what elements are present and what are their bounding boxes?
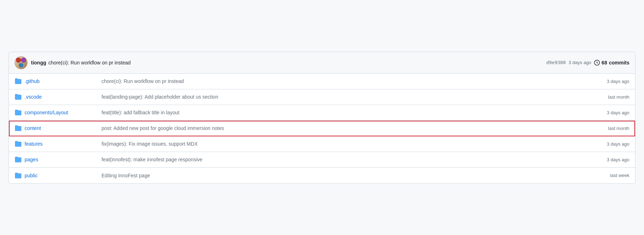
file-name[interactable]: .vscode	[25, 94, 96, 100]
repo-file-table: tiongg chore(ci): Run workflow on pr ins…	[9, 52, 635, 184]
file-commit-message: chore(ci): Run workflow on pr instead	[96, 78, 601, 84]
clock-icon	[594, 60, 600, 66]
file-commit-message: feat(landing-page): Add placeholder abou…	[96, 94, 601, 100]
folder-icon	[15, 94, 22, 100]
file-name[interactable]: pages	[25, 157, 96, 162]
commit-hash[interactable]: d9e9380	[546, 60, 566, 65]
file-name[interactable]: content	[25, 125, 96, 131]
file-time: 3 days ago	[601, 79, 629, 84]
folder-icon	[15, 125, 22, 131]
file-time: 3 days ago	[601, 157, 629, 162]
table-row: components/Layout feat(title): add fallb…	[9, 105, 635, 121]
file-name[interactable]: features	[25, 141, 96, 147]
commit-author[interactable]: tiongg	[31, 60, 46, 66]
file-time: last week	[601, 173, 629, 178]
commit-message: chore(ci): Run workflow on pr instead	[48, 60, 131, 66]
file-commit-message: post: Added new post for google cloud im…	[96, 125, 601, 131]
header-row: tiongg chore(ci): Run workflow on pr ins…	[9, 52, 635, 74]
folder-icon	[15, 110, 22, 115]
table-row: pages feat(innofest): make innofest page…	[9, 152, 635, 168]
table-row: public Editing InnoFest page last week	[9, 168, 635, 183]
file-commit-message: fix(images): Fix image issues, support M…	[96, 141, 601, 147]
table-row: features fix(images): Fix image issues, …	[9, 136, 635, 152]
avatar	[15, 56, 27, 69]
commits-button[interactable]: 68 commits	[594, 60, 629, 66]
file-rows-container: .github chore(ci): Run workflow on pr in…	[9, 74, 635, 183]
table-row: content post: Added new post for google …	[9, 121, 635, 136]
file-name[interactable]: .github	[25, 78, 96, 84]
header-commit-info: tiongg chore(ci): Run workflow on pr ins…	[31, 60, 542, 66]
file-commit-message: feat(innofest): make innofest page respo…	[96, 157, 601, 162]
file-time: last month	[601, 126, 629, 131]
folder-icon	[15, 78, 22, 84]
folder-icon	[15, 173, 22, 178]
file-name[interactable]: components/Layout	[25, 110, 96, 115]
commit-time: 3 days ago	[568, 60, 591, 65]
commits-label: commits	[609, 60, 629, 66]
commits-count: 68	[602, 60, 607, 66]
file-time: 3 days ago	[601, 141, 629, 147]
folder-icon	[15, 157, 22, 162]
table-row: .github chore(ci): Run workflow on pr in…	[9, 74, 635, 89]
table-row: .vscode feat(landing-page): Add placehol…	[9, 89, 635, 105]
file-commit-message: feat(title): add fallback title in layou…	[96, 110, 601, 115]
file-commit-message: Editing InnoFest page	[96, 173, 601, 178]
file-time: 3 days ago	[601, 110, 629, 115]
header-meta: d9e9380 3 days ago 68 commits	[546, 60, 629, 66]
file-time: last month	[601, 94, 629, 100]
folder-icon	[15, 141, 22, 147]
file-name[interactable]: public	[25, 173, 96, 178]
